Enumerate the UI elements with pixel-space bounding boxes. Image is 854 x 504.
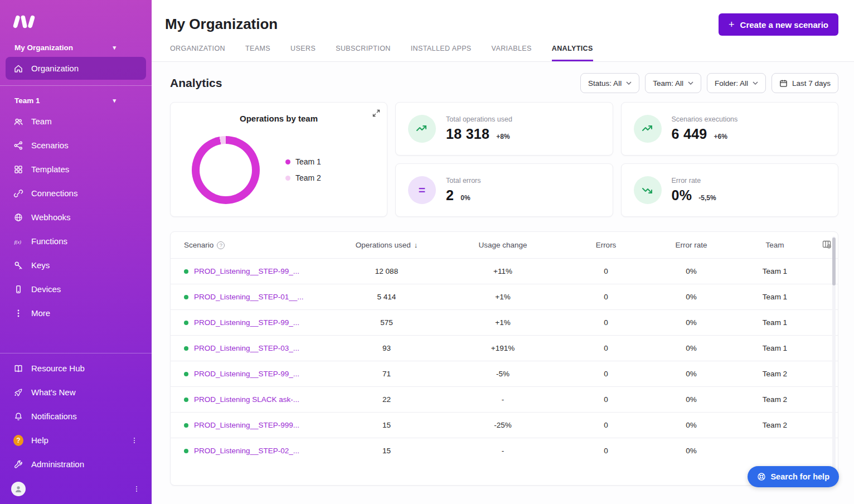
scenario-link[interactable]: PROD_Listening__STEP-99_... [194, 370, 299, 378]
tab-teams[interactable]: TEAMS [245, 45, 270, 61]
tab-organization[interactable]: ORGANIZATION [170, 45, 225, 61]
operations-cell: 71 [332, 361, 441, 387]
usage-change-cell: -5% [441, 361, 565, 387]
operations-cell: 15 [332, 413, 441, 438]
tab-installed-apps[interactable]: INSTALLED APPS [411, 45, 472, 61]
error-rate-cell: 0% [647, 259, 735, 284]
column-settings-icon[interactable] [822, 240, 831, 249]
life-ring-icon [757, 472, 766, 481]
sidebar-item-help[interactable]: ? Help [6, 429, 146, 452]
sidebar-item-devices[interactable]: Devices [6, 278, 146, 301]
scenario-link[interactable]: PROD_Listening__STEP-999... [194, 421, 299, 429]
stat-value: 0% [672, 187, 692, 203]
sidebar-item-connections[interactable]: Connections [6, 182, 146, 205]
sidebar-item-scenarios[interactable]: Scenarios [6, 134, 146, 157]
sidebar-item-webhooks[interactable]: Webhooks [6, 206, 146, 229]
sidebar-item-organization[interactable]: Organization [6, 57, 146, 80]
table-row[interactable]: PROD_Listening__STEP-99_... 71 -5% 0 0% … [171, 361, 838, 387]
total-operations-card: Total operations used 18 318 +8% [395, 102, 613, 156]
table-row[interactable]: PROD_Listening__STEP-99_... 12 088 +11% … [171, 259, 838, 284]
sidebar-divider [0, 85, 152, 86]
operations-cell: 93 [332, 336, 441, 361]
sidebar-item-keys[interactable]: Keys [6, 254, 146, 277]
errors-cell: 0 [565, 387, 647, 413]
rocket-icon [13, 387, 23, 398]
status-dot [184, 321, 188, 325]
tab-users[interactable]: USERS [290, 45, 316, 61]
scenario-link[interactable]: PROD_Listening__STEP-02_... [194, 447, 299, 455]
team-filter-label: Team: All [653, 79, 683, 88]
table-row[interactable]: PROD_Listening SLACK ask-... 22 - 0 0% T… [171, 387, 838, 413]
avatar[interactable] [11, 482, 26, 496]
usage-change-cell: +1% [441, 284, 565, 310]
operations-cell: 5 414 [332, 284, 441, 310]
table-row[interactable]: PROD_Listening__STEP-03_... 93 +191% 0 0… [171, 336, 838, 361]
info-icon[interactable]: ? [217, 241, 225, 249]
table-row[interactable]: PROD_Listening__STEP-99_... 575 +1% 0 0%… [171, 310, 838, 336]
expand-icon[interactable] [372, 109, 380, 119]
sidebar-item-templates[interactable]: Templates [6, 158, 146, 181]
plus-icon: + [729, 20, 735, 30]
table-row[interactable]: PROD_Listening__STEP-999... 15 -25% 0 0%… [171, 413, 838, 438]
status-dot [184, 295, 188, 299]
tab-subscription[interactable]: SUBSCRIPTION [336, 45, 391, 61]
scenario-cell: PROD_Listening__STEP-999... [171, 413, 332, 438]
device-icon [13, 284, 23, 294]
svg-text:f(x): f(x) [14, 239, 22, 244]
grid-icon [13, 164, 23, 175]
scenario-link[interactable]: PROD_Listening__STEP-01__... [194, 293, 304, 301]
trend-up-icon [634, 115, 662, 143]
org-tabs: ORGANIZATION TEAMS USERS SUBSCRIPTION IN… [152, 36, 854, 62]
scenario-link[interactable]: PROD_Listening__STEP-03_... [194, 344, 299, 352]
sidebar-item-label: Webhooks [31, 212, 71, 222]
search-help-button[interactable]: Search for help [748, 466, 839, 487]
scrollbar-thumb[interactable] [832, 238, 836, 285]
sidebar-item-whats-new[interactable]: What's New [6, 381, 146, 404]
folder-filter-label: Folder: All [715, 79, 748, 88]
sidebar-item-team[interactable]: Team [6, 110, 146, 133]
legend-label: Team 1 [295, 157, 321, 166]
scenario-link[interactable]: PROD_Listening__STEP-99_... [194, 318, 299, 327]
team-cell: Team 1 [735, 284, 814, 310]
status-filter[interactable]: Status: All [580, 73, 639, 93]
date-range-filter[interactable]: Last 7 days [771, 73, 838, 93]
scenario-cell: PROD_Listening__STEP-99_... [171, 259, 332, 284]
table-scrollbar[interactable] [832, 236, 836, 481]
create-scenario-button[interactable]: + Create a new scenario [719, 13, 838, 36]
stat-label: Scenarios executions [672, 115, 738, 123]
sidebar-item-label: What's New [31, 387, 76, 397]
sidebar-divider [0, 353, 152, 353]
error-rate-cell: 0% [647, 310, 735, 336]
sidebar-item-administration[interactable]: Administration [6, 453, 146, 476]
folder-filter[interactable]: Folder: All [707, 73, 766, 93]
chevron-down-icon [688, 81, 693, 85]
dots-vertical-icon[interactable] [130, 437, 138, 444]
sidebar-item-notifications[interactable]: Notifications [6, 405, 146, 428]
errors-cell: 0 [565, 413, 647, 438]
team-selector-label: Team 1 [14, 96, 40, 105]
user-account-row[interactable] [0, 476, 152, 498]
sort-desc-icon[interactable]: ↓ [414, 241, 418, 249]
tab-analytics[interactable]: ANALYTICS [552, 45, 593, 61]
scenario-link[interactable]: PROD_Listening SLACK ask-... [194, 395, 299, 404]
errors-cell: 0 [565, 336, 647, 361]
team-filter[interactable]: Team: All [645, 73, 701, 93]
scenario-link[interactable]: PROD_Listening__STEP-99_... [194, 267, 299, 275]
table-row[interactable]: PROD_Listening__STEP-02_... 15 - 0 0% [171, 438, 838, 464]
tab-variables[interactable]: VARIABLES [492, 45, 532, 61]
search-help-label: Search for help [770, 472, 829, 481]
sidebar-item-resource-hub[interactable]: Resource Hub [6, 357, 146, 380]
table-row[interactable]: PROD_Listening__STEP-01__... 5 414 +1% 0… [171, 284, 838, 310]
header-usage-change: Usage change [441, 232, 565, 259]
status-dot [184, 372, 188, 376]
table-body: PROD_Listening__STEP-99_... 12 088 +11% … [171, 259, 838, 464]
legend-item-team2: Team 2 [285, 173, 321, 182]
dots-vertical-icon[interactable] [133, 485, 140, 493]
sidebar-item-more[interactable]: More [6, 302, 146, 324]
page-title: My Organization [165, 13, 278, 33]
sidebar-item-functions[interactable]: f(x) Functions [6, 230, 146, 253]
organization-selector[interactable]: My Organization ▾ [0, 36, 152, 56]
table-header-row: Scenario? Operations used↓ Usage change … [171, 232, 838, 259]
team-selector[interactable]: Team 1 ▾ [0, 89, 152, 109]
make-logo[interactable] [0, 8, 152, 36]
